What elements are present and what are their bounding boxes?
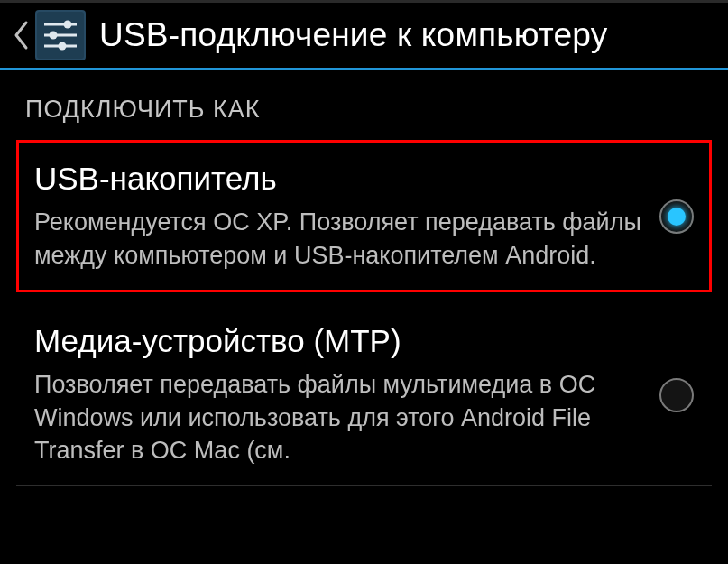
page-title: USB-подключение к компьютеру <box>99 16 607 54</box>
radio-column <box>659 378 694 412</box>
sliders-icon <box>34 9 87 61</box>
options-list: USB-накопитель Рекомендуется ОС XP. Позв… <box>0 140 728 486</box>
radio-dot-icon <box>668 208 686 226</box>
option-description: Рекомендуется ОС XP. Позволяет передават… <box>34 206 649 272</box>
radio-button[interactable] <box>659 378 694 412</box>
option-description: Позволяет передавать файлы мультимедиа в… <box>34 368 649 467</box>
option-title: USB-накопитель <box>34 161 649 197</box>
svg-point-7 <box>59 42 67 51</box>
option-title: Медиа-устройство (MTP) <box>34 323 649 359</box>
back-icon[interactable] <box>9 16 32 54</box>
section-header: ПОДКЛЮЧИТЬ КАК <box>0 87 728 140</box>
option-usb-storage[interactable]: USB-накопитель Рекомендуется ОС XP. Позв… <box>16 140 712 292</box>
app-header: USB-подключение к компьютеру <box>0 0 728 70</box>
radio-column <box>659 199 694 234</box>
settings-content: ПОДКЛЮЧИТЬ КАК USB-накопитель Рекомендуе… <box>0 70 728 486</box>
option-text: USB-накопитель Рекомендуется ОС XP. Позв… <box>34 161 659 272</box>
option-media-device-mtp[interactable]: Медиа-устройство (MTP) Позволяет передав… <box>16 305 712 486</box>
svg-point-5 <box>50 32 58 40</box>
radio-button[interactable] <box>659 199 694 234</box>
option-text: Медиа-устройство (MTP) Позволяет передав… <box>34 323 659 467</box>
settings-screen: { "header": { "title": "USB-подключение … <box>0 0 728 564</box>
svg-point-3 <box>64 21 72 29</box>
